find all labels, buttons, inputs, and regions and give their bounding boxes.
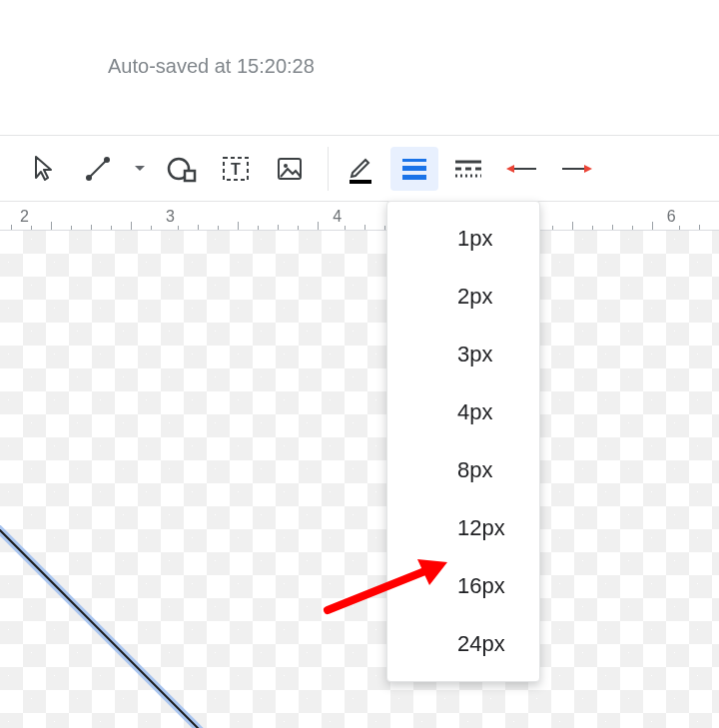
line-weight-option-3px[interactable]: 3px bbox=[387, 326, 539, 383]
image-icon bbox=[277, 157, 303, 181]
line-weight-option-16px[interactable]: 16px bbox=[387, 557, 539, 615]
svg-point-8 bbox=[284, 164, 288, 168]
line-weight-button[interactable] bbox=[390, 147, 438, 191]
svg-rect-11 bbox=[402, 166, 426, 171]
line-end-button[interactable] bbox=[552, 147, 600, 191]
line-icon bbox=[85, 156, 111, 182]
svg-rect-4 bbox=[185, 171, 195, 181]
line-tool-dropdown[interactable] bbox=[128, 147, 152, 191]
svg-rect-10 bbox=[402, 159, 426, 162]
toolbar: T bbox=[0, 136, 719, 201]
svg-marker-17 bbox=[506, 165, 514, 173]
svg-line-0 bbox=[89, 160, 107, 178]
svg-rect-9 bbox=[350, 180, 371, 184]
line-weight-option-8px[interactable]: 8px bbox=[387, 441, 539, 499]
textbox-tool-button[interactable]: T bbox=[212, 147, 260, 191]
line-dash-icon bbox=[453, 159, 483, 179]
line-color-button[interactable] bbox=[337, 147, 384, 191]
line-dash-button[interactable] bbox=[444, 147, 492, 191]
line-tool-button[interactable] bbox=[74, 147, 122, 191]
title-bar: Auto-saved at 15:20:28 bbox=[0, 0, 719, 136]
autosave-status: Auto-saved at 15:20:28 bbox=[108, 55, 315, 78]
select-tool-button[interactable] bbox=[20, 147, 68, 191]
drawing-canvas[interactable] bbox=[0, 231, 719, 728]
caret-down-icon bbox=[134, 165, 146, 173]
shape-icon bbox=[167, 155, 197, 183]
line-weight-option-2px[interactable]: 2px bbox=[387, 268, 539, 326]
svg-point-1 bbox=[86, 175, 92, 181]
ruler-number: 3 bbox=[166, 208, 175, 226]
selected-line-shape[interactable] bbox=[0, 410, 399, 728]
svg-marker-19 bbox=[584, 165, 592, 173]
svg-point-2 bbox=[104, 157, 110, 163]
svg-line-21 bbox=[0, 410, 399, 728]
line-start-icon bbox=[506, 164, 538, 174]
toolbar-separator bbox=[328, 147, 329, 191]
line-start-button[interactable] bbox=[498, 147, 546, 191]
svg-line-20 bbox=[0, 410, 399, 728]
line-weight-option-24px[interactable]: 24px bbox=[387, 615, 539, 673]
ruler-number: 6 bbox=[667, 208, 676, 226]
image-tool-button[interactable] bbox=[266, 147, 314, 191]
textbox-icon: T bbox=[222, 156, 250, 182]
divider bbox=[0, 135, 719, 136]
line-weight-option-4px[interactable]: 4px bbox=[387, 383, 539, 441]
shape-tool-button[interactable] bbox=[158, 147, 206, 191]
line-weight-option-12px[interactable]: 12px bbox=[387, 499, 539, 557]
line-weight-menu: 1px 2px 3px 4px 8px 12px 16px 24px bbox=[386, 201, 540, 682]
line-weight-icon bbox=[400, 158, 428, 180]
line-end-icon bbox=[560, 164, 592, 174]
ruler-number: 4 bbox=[333, 208, 342, 226]
svg-text:T: T bbox=[231, 161, 241, 178]
horizontal-ruler: 2 3 4 5 6 bbox=[0, 201, 719, 231]
pencil-icon bbox=[346, 153, 375, 185]
cursor-icon bbox=[33, 156, 55, 182]
svg-rect-12 bbox=[402, 175, 426, 180]
line-weight-option-1px[interactable]: 1px bbox=[387, 210, 539, 268]
